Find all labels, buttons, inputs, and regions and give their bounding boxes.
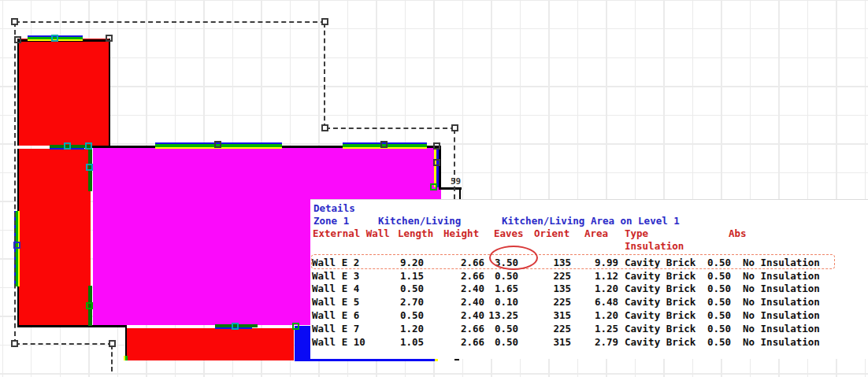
col-header-orient: Orient [534,227,569,239]
cell-wall: Wall E 6 [312,309,359,321]
cell-area: 1.20 [579,283,618,294]
eaves-handle-mid2[interactable] [451,124,458,131]
cell-insulation: No Insulation [743,270,820,282]
zone-left-red[interactable] [17,149,91,327]
marker-kitchen-right-blue [436,148,439,187]
cell-abs: 0.50 [692,283,731,294]
cell-length: 0.50 [384,283,424,294]
tick-notch-green [125,356,128,360]
cell-abs: 0.50 [692,323,731,334]
cell-orient: 315 [532,309,571,321]
table-row: Wall E 60.502.4013.253151.20Cavity Brick… [310,309,868,322]
zone-name: Kitchen/Living [378,215,461,227]
cell-orient: 225 [532,270,571,282]
cell-abs: 0.50 [692,296,731,308]
circled-eaves-annotation [489,246,538,270]
cell-wall: Wall E 4 [312,283,359,294]
cell-length: 1.05 [384,336,424,348]
cell-type: Cavity Brick [625,296,696,308]
cell-abs: 0.50 [692,270,731,282]
cell-orient: 315 [532,336,571,348]
details-panel: Details Zone 1 Kitchen/Living Kitchen/Li… [310,199,868,359]
cell-type: Cavity Brick [625,309,696,321]
col-header-insulation: Insulation [625,240,684,252]
cell-abs: 0.50 [692,336,731,348]
eaves-line-bottom-drop [111,345,113,371]
eaves-handle-bottom2[interactable] [109,340,116,347]
col-header-area: Area [584,227,608,239]
cell-insulation: No Insulation [743,296,820,308]
cell-eaves: 0.50 [479,270,518,282]
zone-bottom-blue[interactable] [295,326,310,360]
handle-left-edge-mid[interactable] [13,242,20,249]
cell-length: 2.70 [384,296,424,308]
cell-type: Cavity Brick [625,336,696,348]
wall-top-rect-right [109,39,110,146]
cell-wall: Wall E 7 [312,323,359,334]
cell-wall: Wall E 10 [312,336,365,348]
wall-bottom-notch-right [125,327,127,360]
handle-toprect-topmid[interactable] [51,35,58,42]
col-header-type: Type [625,227,648,239]
panel-title: Details [313,202,355,214]
cell-area: 2.79 [579,336,618,348]
zone-bottom-red[interactable] [127,328,294,360]
cell-insulation: No Insulation [743,309,820,321]
cell-insulation: No Insulation [743,323,820,334]
eaves-handle-topleft[interactable] [11,18,18,25]
wall-bottom-notch-top [17,325,127,327]
handle-boundary-corner[interactable] [85,142,92,150]
handle-kitchen-right-mid[interactable] [433,159,440,166]
cell-area: 1.20 [579,309,618,321]
cell-type: Cavity Brick [625,323,696,334]
eaves-line-right-lower [454,129,455,199]
handle-toprect-topright[interactable] [106,35,113,42]
cell-length: 1.20 [384,323,424,334]
handle-kitchen-top1[interactable] [214,141,221,148]
cell-area: 1.12 [579,270,618,282]
handle-kitchen-bottom-corner[interactable] [292,323,299,330]
wall-top-rect-left [17,39,19,146]
floor-plan-canvas: 59 Details Zone 1 Kitchen/Living Kitchen… [0,0,868,377]
eaves-line-bottom [15,343,113,345]
col-header-length: Length [398,227,433,239]
lower-zone-wall-dash [454,359,459,360]
cell-wall: Wall E 5 [312,296,359,308]
handle-kitchen-bottom-mid[interactable] [232,323,239,330]
wall-kitchen-step-h [439,187,462,190]
handle-kitchen-topright[interactable] [433,142,440,150]
cell-type: Cavity Brick [625,283,696,294]
handle-toprect-topleft[interactable] [14,36,21,43]
table-row: Wall E 71.202.660.502251.25Cavity Brick0… [310,323,868,335]
eaves-handle-topright[interactable] [321,18,328,25]
cell-orient: 225 [532,296,571,308]
eaves-handle-mid1[interactable] [321,124,328,131]
eaves-handle-bottomleft[interactable] [11,340,18,347]
cell-insulation: No Insulation [743,336,820,348]
marker-left-edge-yellow [18,211,20,286]
cell-area: 1.25 [579,323,618,334]
cell-abs: 0.50 [692,309,731,321]
cell-wall: Wall E 3 [312,270,359,282]
eaves-line-mid [325,128,455,129]
handle-kitchen-top2[interactable] [380,141,388,148]
zone-area-desc: Kitchen/Living Area on Level 1 [502,215,680,227]
cell-orient: 225 [532,323,571,334]
handle-boundary-mid[interactable] [64,142,71,150]
zone-top-red[interactable] [17,39,110,146]
cell-eaves: 13.25 [479,309,518,321]
cell-eaves: 0.50 [479,323,518,334]
table-row: Wall E 52.702.400.102256.48Cavity Brick0… [310,296,868,309]
cell-eaves: 0.10 [479,296,518,308]
table-row: Wall E 101.052.660.503152.79Cavity Brick… [310,336,868,349]
handle-vwall-lower[interactable] [86,302,93,309]
wall-kitchen-step-v [459,187,461,199]
selected-row-outline [311,254,835,269]
handle-kitchen-right-bottom[interactable] [430,183,437,190]
col-header-height: Height [443,227,479,239]
cell-eaves: 1.65 [479,283,518,294]
col-header-eaves: Eaves [494,227,524,239]
cell-insulation: No Insulation [743,283,820,294]
handle-vwall-upper[interactable] [86,164,93,171]
cell-eaves: 0.50 [479,336,518,348]
